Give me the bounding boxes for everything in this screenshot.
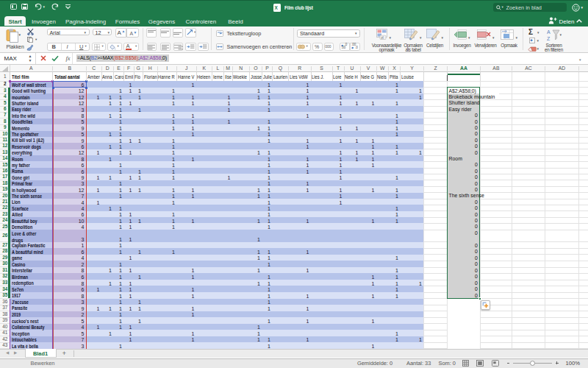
svg-text:zl: zl [381, 36, 384, 40]
svg-text:A: A [547, 29, 551, 35]
svg-text:Z: Z [547, 36, 551, 41]
